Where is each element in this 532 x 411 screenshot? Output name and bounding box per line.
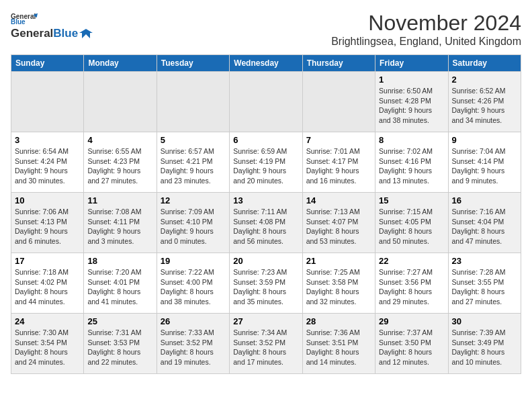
day-info: Sunrise: 6:52 AM Sunset: 4:26 PM Dayligh… — [452, 86, 517, 126]
day-info: Sunrise: 7:16 AM Sunset: 4:04 PM Dayligh… — [452, 207, 517, 246]
calendar-cell: 24Sunrise: 7:30 AM Sunset: 3:54 PM Dayli… — [11, 314, 84, 374]
day-info: Sunrise: 7:23 AM Sunset: 3:59 PM Dayligh… — [233, 267, 298, 307]
day-info: Sunrise: 7:31 AM Sunset: 3:53 PM Dayligh… — [87, 328, 152, 367]
month-title: November 2024 — [331, 11, 521, 36]
day-number: 23 — [452, 256, 517, 266]
calendar-cell: 19Sunrise: 7:22 AM Sunset: 4:00 PM Dayli… — [157, 253, 229, 314]
logo-general: General — [11, 27, 53, 40]
day-number: 19 — [161, 256, 226, 266]
day-number: 29 — [379, 316, 444, 326]
day-info: Sunrise: 7:08 AM Sunset: 4:11 PM Dayligh… — [87, 207, 152, 246]
calendar-cell: 22Sunrise: 7:27 AM Sunset: 3:56 PM Dayli… — [375, 253, 448, 314]
calendar-week-row: 17Sunrise: 7:18 AM Sunset: 4:02 PM Dayli… — [11, 253, 521, 314]
weekday-header-sunday: Sunday — [11, 55, 84, 72]
logo-blue: Blue — [53, 27, 78, 40]
logo-icon: General Blue — [11, 11, 38, 26]
calendar-cell: 21Sunrise: 7:25 AM Sunset: 3:58 PM Dayli… — [302, 253, 375, 314]
day-info: Sunrise: 7:28 AM Sunset: 3:55 PM Dayligh… — [452, 267, 517, 307]
day-info: Sunrise: 6:59 AM Sunset: 4:19 PM Dayligh… — [233, 146, 298, 186]
logo: General Blue General Blue — [11, 11, 93, 40]
calendar-cell: 9Sunrise: 7:04 AM Sunset: 4:14 PM Daylig… — [448, 132, 521, 193]
day-number: 15 — [379, 195, 444, 205]
calendar-cell: 15Sunrise: 7:15 AM Sunset: 4:05 PM Dayli… — [375, 193, 448, 253]
calendar-cell — [11, 72, 84, 132]
day-info: Sunrise: 7:30 AM Sunset: 3:54 PM Dayligh… — [15, 328, 80, 367]
day-number: 21 — [306, 256, 371, 266]
day-info: Sunrise: 6:50 AM Sunset: 4:28 PM Dayligh… — [379, 86, 444, 126]
day-number: 7 — [306, 135, 371, 145]
day-number: 18 — [87, 256, 152, 266]
day-number: 17 — [15, 256, 80, 266]
calendar-cell: 12Sunrise: 7:09 AM Sunset: 4:10 PM Dayli… — [157, 193, 229, 253]
calendar-week-row: 1Sunrise: 6:50 AM Sunset: 4:28 PM Daylig… — [11, 72, 521, 132]
day-number: 26 — [161, 316, 226, 326]
day-number: 25 — [87, 316, 152, 326]
day-info: Sunrise: 7:36 AM Sunset: 3:51 PM Dayligh… — [306, 328, 371, 367]
svg-marker-3 — [79, 29, 93, 38]
day-info: Sunrise: 7:04 AM Sunset: 4:14 PM Dayligh… — [452, 146, 517, 186]
day-info: Sunrise: 7:13 AM Sunset: 4:07 PM Dayligh… — [306, 207, 371, 246]
day-info: Sunrise: 7:15 AM Sunset: 4:05 PM Dayligh… — [379, 207, 444, 246]
page-header: General Blue General Blue November 2024 … — [11, 11, 521, 48]
day-number: 6 — [233, 135, 298, 145]
day-info: Sunrise: 7:25 AM Sunset: 3:58 PM Dayligh… — [306, 267, 371, 307]
calendar-cell — [157, 72, 229, 132]
calendar-cell: 7Sunrise: 7:01 AM Sunset: 4:17 PM Daylig… — [302, 132, 375, 193]
calendar-table: SundayMondayTuesdayWednesdayThursdayFrid… — [11, 54, 521, 374]
day-info: Sunrise: 6:57 AM Sunset: 4:21 PM Dayligh… — [161, 146, 226, 186]
weekday-header-tuesday: Tuesday — [157, 55, 229, 72]
calendar-cell: 11Sunrise: 7:08 AM Sunset: 4:11 PM Dayli… — [84, 193, 157, 253]
day-info: Sunrise: 6:55 AM Sunset: 4:23 PM Dayligh… — [87, 146, 152, 186]
day-number: 10 — [15, 195, 80, 205]
day-number: 5 — [161, 135, 226, 145]
calendar-cell: 17Sunrise: 7:18 AM Sunset: 4:02 PM Dayli… — [11, 253, 84, 314]
day-info: Sunrise: 7:01 AM Sunset: 4:17 PM Dayligh… — [306, 146, 371, 186]
day-number: 3 — [15, 135, 80, 145]
day-info: Sunrise: 6:54 AM Sunset: 4:24 PM Dayligh… — [15, 146, 80, 186]
calendar-cell — [230, 72, 302, 132]
day-info: Sunrise: 7:33 AM Sunset: 3:52 PM Dayligh… — [161, 328, 226, 367]
calendar-header-row: SundayMondayTuesdayWednesdayThursdayFrid… — [11, 55, 521, 72]
calendar-cell: 10Sunrise: 7:06 AM Sunset: 4:13 PM Dayli… — [11, 193, 84, 253]
day-info: Sunrise: 7:11 AM Sunset: 4:08 PM Dayligh… — [233, 207, 298, 246]
calendar-cell: 20Sunrise: 7:23 AM Sunset: 3:59 PM Dayli… — [230, 253, 302, 314]
calendar-week-row: 24Sunrise: 7:30 AM Sunset: 3:54 PM Dayli… — [11, 314, 521, 374]
day-number: 24 — [15, 316, 80, 326]
day-number: 1 — [379, 75, 444, 85]
calendar-cell: 5Sunrise: 6:57 AM Sunset: 4:21 PM Daylig… — [157, 132, 229, 193]
calendar-cell — [302, 72, 375, 132]
day-info: Sunrise: 7:37 AM Sunset: 3:50 PM Dayligh… — [379, 328, 444, 367]
calendar-cell: 1Sunrise: 6:50 AM Sunset: 4:28 PM Daylig… — [375, 72, 448, 132]
calendar-week-row: 3Sunrise: 6:54 AM Sunset: 4:24 PM Daylig… — [11, 132, 521, 193]
day-info: Sunrise: 7:20 AM Sunset: 4:01 PM Dayligh… — [87, 267, 152, 307]
day-number: 16 — [452, 195, 517, 205]
day-info: Sunrise: 7:27 AM Sunset: 3:56 PM Dayligh… — [379, 267, 444, 307]
day-number: 9 — [452, 135, 517, 145]
day-info: Sunrise: 7:02 AM Sunset: 4:16 PM Dayligh… — [379, 146, 444, 186]
title-area: November 2024 Brightlingsea, England, Un… — [331, 11, 521, 48]
calendar-cell: 2Sunrise: 6:52 AM Sunset: 4:26 PM Daylig… — [448, 72, 521, 132]
day-number: 14 — [306, 195, 371, 205]
day-number: 8 — [379, 135, 444, 145]
calendar-cell: 27Sunrise: 7:34 AM Sunset: 3:52 PM Dayli… — [230, 314, 302, 374]
weekday-header-wednesday: Wednesday — [230, 55, 302, 72]
day-info: Sunrise: 7:22 AM Sunset: 4:00 PM Dayligh… — [161, 267, 226, 307]
day-number: 27 — [233, 316, 298, 326]
day-info: Sunrise: 7:34 AM Sunset: 3:52 PM Dayligh… — [233, 328, 298, 367]
calendar-cell: 4Sunrise: 6:55 AM Sunset: 4:23 PM Daylig… — [84, 132, 157, 193]
day-number: 2 — [452, 75, 517, 85]
day-number: 22 — [379, 256, 444, 266]
day-number: 12 — [161, 195, 226, 205]
svg-text:Blue: Blue — [11, 18, 26, 26]
calendar-cell: 6Sunrise: 6:59 AM Sunset: 4:19 PM Daylig… — [230, 132, 302, 193]
weekday-header-thursday: Thursday — [302, 55, 375, 72]
calendar-cell: 25Sunrise: 7:31 AM Sunset: 3:53 PM Dayli… — [84, 314, 157, 374]
calendar-cell: 16Sunrise: 7:16 AM Sunset: 4:04 PM Dayli… — [448, 193, 521, 253]
calendar-cell: 26Sunrise: 7:33 AM Sunset: 3:52 PM Dayli… — [157, 314, 229, 374]
weekday-header-saturday: Saturday — [448, 55, 521, 72]
day-info: Sunrise: 7:06 AM Sunset: 4:13 PM Dayligh… — [15, 207, 80, 246]
location-title: Brightlingsea, England, United Kingdom — [331, 36, 521, 48]
calendar-cell: 29Sunrise: 7:37 AM Sunset: 3:50 PM Dayli… — [375, 314, 448, 374]
day-info: Sunrise: 7:09 AM Sunset: 4:10 PM Dayligh… — [161, 207, 226, 246]
day-info: Sunrise: 7:18 AM Sunset: 4:02 PM Dayligh… — [15, 267, 80, 307]
